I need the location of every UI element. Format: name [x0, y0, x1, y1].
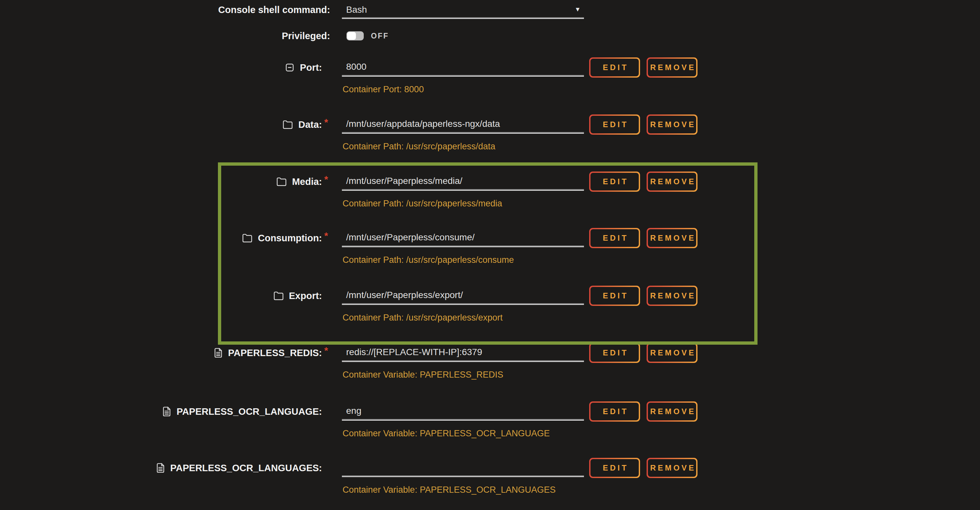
- field-description: Container Variable: PAPERLESS_OCR_LANGUA…: [342, 485, 584, 495]
- remove-button[interactable]: REMOVE: [647, 172, 697, 192]
- remove-button[interactable]: REMOVE: [647, 286, 697, 306]
- folder-icon: [274, 291, 284, 300]
- privileged-label: Privileged:: [282, 31, 330, 41]
- data-path-input[interactable]: /mnt/user/appdata/paperless-ngx/data: [342, 114, 584, 134]
- data-path-row: Data: * /mnt/user/appdata/paperless-ngx/…: [0, 114, 980, 152]
- edit-button-label: EDIT: [590, 59, 639, 76]
- paperless-ocr-language-input[interactable]: eng: [342, 401, 584, 421]
- field-label: PAPERLESS_OCR_LANGUAGES:: [170, 463, 322, 473]
- field-description: Container Variable: PAPERLESS_OCR_LANGUA…: [342, 429, 584, 439]
- field-description: Container Port: 8000: [342, 84, 584, 95]
- dropdown-caret-icon: ▼: [574, 6, 581, 13]
- port-icon: [285, 63, 294, 72]
- export-path-row: Export: /mnt/user/Paperpless/export/ Con…: [0, 285, 980, 323]
- file-icon: [162, 406, 171, 417]
- required-marker: *: [324, 345, 330, 356]
- edit-button[interactable]: EDIT: [589, 114, 640, 135]
- console-shell-command-value: Bash: [342, 5, 367, 15]
- console-shell-command-row: Console shell command: Bash ▼: [0, 1, 980, 19]
- field-description: Container Path: /usr/src/paperless/data: [342, 141, 584, 152]
- console-shell-command-label: Console shell command:: [218, 5, 330, 15]
- field-label: Media:: [292, 176, 322, 187]
- required-marker: *: [324, 230, 330, 241]
- privileged-toggle[interactable]: [347, 31, 364, 40]
- remove-button[interactable]: REMOVE: [647, 57, 697, 78]
- remove-button[interactable]: REMOVE: [647, 114, 697, 135]
- toggle-knob-icon: [347, 32, 356, 40]
- media-path-row: Media: * /mnt/user/Paperpless/media/ Con…: [0, 171, 980, 209]
- edit-button-label: EDIT: [590, 116, 639, 133]
- required-marker: *: [324, 174, 330, 185]
- remove-button-label: REMOVE: [648, 403, 696, 420]
- edit-button-label: EDIT: [590, 173, 639, 191]
- remove-button-label: REMOVE: [648, 287, 696, 305]
- field-description: Container Path: /usr/src/paperless/expor…: [342, 313, 584, 323]
- edit-button[interactable]: EDIT: [589, 458, 640, 478]
- field-label: Data:: [298, 119, 322, 130]
- edit-button-label: EDIT: [590, 403, 639, 420]
- media-path-input[interactable]: /mnt/user/Paperpless/media/: [342, 171, 584, 191]
- remove-button[interactable]: REMOVE: [647, 228, 697, 248]
- field-value: /mnt/user/appdata/paperless-ngx/data: [342, 119, 500, 129]
- field-value: redis://[REPLACE-WITH-IP]:6379: [342, 347, 482, 357]
- console-shell-command-select[interactable]: Bash ▼: [342, 1, 584, 19]
- edit-button[interactable]: EDIT: [589, 172, 640, 192]
- remove-button-label: REMOVE: [648, 173, 696, 191]
- remove-button[interactable]: REMOVE: [647, 401, 697, 422]
- folder-icon: [283, 120, 293, 129]
- privileged-state-label: OFF: [371, 32, 389, 40]
- edit-button-label: EDIT: [590, 287, 639, 305]
- field-value: /mnt/user/Paperpless/export/: [342, 290, 463, 300]
- edit-button[interactable]: EDIT: [589, 343, 640, 363]
- file-icon: [214, 348, 223, 358]
- consumption-path-input[interactable]: /mnt/user/Paperpless/consume/: [342, 227, 584, 247]
- remove-button-label: REMOVE: [648, 459, 696, 477]
- paperless-ocr-languages-input[interactable]: [342, 457, 584, 477]
- field-label: Export:: [289, 291, 322, 301]
- folder-icon: [242, 234, 253, 243]
- docker-template-settings-page: Console shell command: Bash ▼ Privileged…: [0, 0, 980, 510]
- field-description: Container Path: /usr/src/paperless/consu…: [342, 255, 584, 265]
- folder-icon: [276, 177, 287, 186]
- privileged-row: Privileged: OFF: [0, 27, 980, 44]
- edit-button-label: EDIT: [590, 229, 639, 247]
- edit-button-label: EDIT: [590, 344, 639, 362]
- edit-button[interactable]: EDIT: [589, 286, 640, 306]
- paperless-redis-row: PAPERLESS_REDIS: * redis://[REPLACE-WITH…: [0, 342, 980, 380]
- port-input[interactable]: 8000: [342, 57, 584, 76]
- file-icon: [156, 463, 165, 473]
- edit-button[interactable]: EDIT: [589, 228, 640, 248]
- consumption-path-row: Consumption: * /mnt/user/Paperpless/cons…: [0, 227, 980, 265]
- edit-button[interactable]: EDIT: [589, 401, 640, 422]
- field-value: eng: [342, 406, 361, 416]
- field-description: Container Path: /usr/src/paperless/media: [342, 199, 584, 209]
- field-value: 8000: [342, 62, 366, 72]
- field-label: PAPERLESS_REDIS:: [228, 348, 322, 358]
- field-label: Consumption:: [258, 233, 322, 243]
- edit-button-label: EDIT: [590, 459, 639, 477]
- remove-button-label: REMOVE: [648, 344, 696, 362]
- field-value: /mnt/user/Paperpless/media/: [342, 176, 462, 186]
- paperless-redis-input[interactable]: redis://[REPLACE-WITH-IP]:6379: [342, 342, 584, 362]
- field-label: Port:: [300, 62, 322, 73]
- remove-button-label: REMOVE: [648, 59, 696, 76]
- field-label: PAPERLESS_OCR_LANGUAGE:: [177, 406, 322, 417]
- remove-button[interactable]: REMOVE: [647, 458, 697, 478]
- remove-button[interactable]: REMOVE: [647, 343, 697, 363]
- port-row: Port: 8000 Container Port: 8000 EDIT REM…: [0, 57, 980, 95]
- edit-button[interactable]: EDIT: [589, 57, 640, 78]
- paperless-ocr-languages-row: PAPERLESS_OCR_LANGUAGES: Container Varia…: [0, 457, 980, 495]
- required-marker: *: [324, 117, 330, 128]
- remove-button-label: REMOVE: [648, 116, 696, 133]
- remove-button-label: REMOVE: [648, 229, 696, 247]
- export-path-input[interactable]: /mnt/user/Paperpless/export/: [342, 285, 584, 305]
- field-description: Container Variable: PAPERLESS_REDIS: [342, 370, 584, 380]
- paperless-ocr-language-row: PAPERLESS_OCR_LANGUAGE: eng Container Va…: [0, 401, 980, 439]
- field-value: /mnt/user/Paperpless/consume/: [342, 232, 475, 243]
